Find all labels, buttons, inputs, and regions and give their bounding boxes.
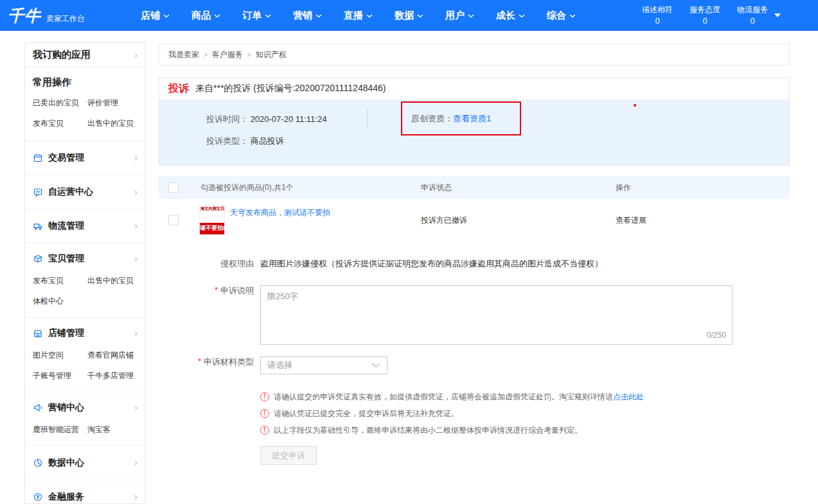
complaint-time-row: 投诉时间： 2020-07-20 11:11:24 (206, 114, 326, 125)
appeal-material-select[interactable]: 请选择 (260, 356, 387, 374)
product-title-link[interactable]: 天穹发布商品，测试请不要拍 (230, 207, 330, 218)
sidebar-item-data-center[interactable]: 数据中心 › (33, 446, 138, 480)
sidebar-item-financial-services[interactable]: 金融服务 › (33, 480, 138, 504)
sidebar-item-self-operation-center[interactable]: 自运营中心 › (33, 175, 138, 209)
click-here-link[interactable]: 点击此处 (613, 392, 644, 401)
warning-icon: ! (260, 392, 269, 401)
sidebar-link-sold-items[interactable]: 已卖出的宝贝 (33, 98, 87, 109)
chevron-down-icon (519, 14, 525, 18)
sidebar-item-store-management[interactable]: 店铺管理 › (33, 318, 138, 349)
app-logo[interactable]: 千牛 卖家工作台 (8, 5, 85, 26)
menu-shop[interactable]: 店铺 (130, 0, 181, 31)
chevron-right-icon: › (134, 153, 138, 163)
sidebar-link-subaccount-management[interactable]: 子账号管理 (33, 370, 87, 381)
menu-goods[interactable]: 商品 (181, 0, 231, 31)
chevron-down-icon (371, 363, 380, 368)
table-header-status: 申诉状态 (421, 182, 616, 193)
menu-marketing[interactable]: 营销 (282, 0, 333, 31)
breadcrumb-customer-service[interactable]: 客户服务 (212, 49, 243, 60)
sidebar-item-item-management[interactable]: 宝贝管理 › (33, 243, 138, 274)
sidebar: 我订购的应用 › 常用操作 已卖出的宝贝 评价管理 发布宝贝 出售中的宝贝 交易… (24, 42, 146, 504)
menu-data[interactable]: 数据 (384, 0, 434, 31)
complaint-time-value: 2020-07-20 11:11:24 (251, 114, 327, 124)
sidebar-section-data: 数据中心 › (25, 446, 145, 480)
chevron-right-icon: › (134, 403, 138, 413)
note-text: 以上字段仅为基础性引导，最终申诉结果将由小二根据整体投申诉情况进行综合考量判定。 (274, 425, 582, 436)
sidebar-section-marketing: 营销中心 › 鹿班智能运营 淘宝客 (25, 392, 145, 446)
sidebar-section-logistics: 物流管理 › (25, 209, 145, 243)
sidebar-item-purchased-apps[interactable]: 我订购的应用 › (25, 43, 145, 67)
view-qualification-link[interactable]: 查看资质1 (453, 113, 491, 125)
sidebar-item-marketing-center[interactable]: 营销中心 › (33, 392, 138, 423)
table-header-product: 勾选被投诉的商品(0),共1个 (200, 182, 421, 193)
service-score-stats: 描述相符 0 服务态度 0 物流服务 0 (642, 4, 768, 26)
infringement-reason-label: 侵权理由 (159, 258, 254, 270)
appeal-description-label: * 申诉说明 (159, 285, 254, 297)
chevron-down-icon (316, 14, 322, 18)
table-header-action: 操作 (616, 182, 790, 193)
product-thumbnail[interactable]: 淘宝内测宝贝 请不要拍! (199, 205, 225, 235)
note-line: ! 请确认凭证已提交完全，提交申诉后将无法补充凭证。 (260, 405, 790, 422)
sidebar-link-luban-smart-operation[interactable]: 鹿班智能运营 (33, 424, 87, 435)
sidebar-link-review-management[interactable]: 评价管理 (87, 98, 138, 109)
note-text: 请确认提交的申诉凭证真实有效，如提供虚假凭证，店铺将会被追加虚假凭证处罚。淘宝规… (274, 392, 644, 403)
stat-description-match: 描述相符 0 (642, 4, 673, 26)
view-progress-link[interactable]: 查看进展 (616, 215, 790, 226)
chevron-down-icon (417, 14, 423, 18)
logo-text: 千牛 (8, 5, 41, 26)
chevron-down-icon (163, 14, 170, 18)
common-operations-title: 常用操作 (33, 76, 138, 89)
breadcrumb-separator: > (247, 51, 251, 58)
menu-live[interactable]: 直播 (333, 0, 384, 31)
infringement-reason-row: 侵权理由 盗用图片涉嫌侵权（投诉方提供证据证明您发布的商品涉嫌盗用其商品的图片造… (159, 258, 790, 270)
sidebar-link-multi-store-management[interactable]: 千牛多店管理 (87, 370, 138, 381)
chevron-down-icon (214, 14, 220, 18)
select-all-checkbox[interactable] (168, 182, 179, 193)
chevron-down-icon (569, 14, 576, 18)
sidebar-link-publish-item[interactable]: 发布宝贝 (33, 118, 87, 129)
sidebar-item-logistics-management[interactable]: 物流管理 › (33, 209, 138, 243)
note-line: ! 以上字段仅为基础性引导，最终申诉结果将由小二根据整体投申诉情况进行综合考量判… (260, 422, 790, 439)
appeal-description-textarea[interactable] (260, 285, 733, 345)
annotation-dot (634, 104, 636, 107)
breadcrumb-separator: > (204, 51, 208, 58)
sidebar-link-items-on-sale[interactable]: 出售中的宝贝 (87, 275, 138, 286)
workspace-label: 卖家工作台 (46, 13, 85, 24)
shop-icon (33, 328, 43, 338)
product-cell: 淘宝内测宝贝 请不要拍! 天穹发布商品，测试请不要拍 (199, 205, 421, 235)
chevron-down-icon (468, 14, 474, 18)
product-checkbox[interactable] (168, 215, 179, 225)
sidebar-link-items-on-sale[interactable]: 出售中的宝贝 (87, 118, 138, 129)
complaint-header: 投诉 来自***的投诉 (投诉编号:202007201111248446) (159, 78, 789, 100)
submit-appeal-button[interactable]: 提交申诉 (260, 446, 317, 465)
note-line: ! 请确认提交的申诉凭证真实有效，如提供虚假凭证，店铺将会被追加虚假凭证处罚。淘… (260, 388, 790, 405)
main-content: 我是卖家 > 客户服务 > 知识产权 投诉 来自***的投诉 (投诉编号:202… (159, 42, 790, 465)
pie-chart-icon (33, 458, 43, 468)
sidebar-link-health-center[interactable]: 体检中心 (33, 296, 87, 307)
annotation-highlight-box: 原创资质： 查看资质1 (401, 101, 521, 135)
sidebar-section-trade: 交易管理 › (25, 141, 145, 175)
menu-misc[interactable]: 综合 (536, 0, 587, 31)
menu-users[interactable]: 用户 (434, 0, 485, 31)
sidebar-item-trade-management[interactable]: 交易管理 › (33, 141, 138, 175)
top-navigation-bar: 千牛 卖家工作台 店铺 商品 订单 营销 直播 数据 用户 成长 综合 描述相符… (0, 0, 818, 31)
select-value: 请选择 (267, 360, 292, 371)
menu-growth[interactable]: 成长 (485, 0, 536, 31)
sidebar-link-image-space[interactable]: 图片空间 (33, 350, 87, 361)
complaint-panel: 投诉 来自***的投诉 (投诉编号:202007201111248446) 投诉… (159, 77, 790, 166)
breadcrumb-intellectual-property: 知识产权 (256, 49, 287, 60)
char-counter: 0/250 (707, 331, 726, 340)
menu-orders[interactable]: 订单 (231, 0, 282, 31)
sidebar-section-store: 店铺管理 › 图片空间 查看官网店铺 子账号管理 千牛多店管理 (25, 318, 145, 392)
stats-dropdown-icon[interactable] (774, 13, 781, 17)
warning-icon: ! (260, 426, 269, 435)
chevron-right-icon: › (134, 50, 138, 60)
sidebar-link-publish-item[interactable]: 发布宝贝 (33, 275, 87, 286)
note-text: 请确认凭证已提交完全，提交申诉后将无法补充凭证。 (274, 408, 459, 419)
infringement-reason-text: 盗用图片涉嫌侵权（投诉方提供证据证明您发布的商品涉嫌盗用其商品的图片造成不当侵权… (260, 258, 603, 270)
sidebar-link-view-official-store[interactable]: 查看官网店铺 (87, 350, 138, 361)
breadcrumb-seller-home[interactable]: 我是卖家 (168, 49, 199, 60)
chat-icon (33, 187, 43, 197)
calendar-icon (33, 153, 43, 163)
sidebar-link-taobao-ke[interactable]: 淘宝客 (87, 424, 138, 435)
